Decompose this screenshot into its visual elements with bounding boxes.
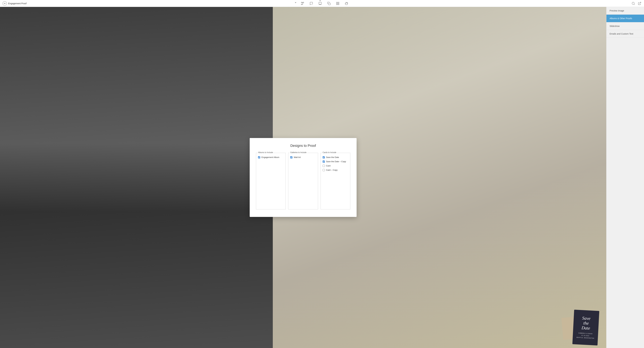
svg-rect-3 <box>301 4 302 5</box>
card-save-the-date-copy-label: Save the Date – Copy <box>326 160 346 163</box>
cards-column-label: Cards to Include <box>322 151 337 154</box>
card-card-item[interactable]: Card <box>323 164 349 167</box>
svg-rect-15 <box>338 4 339 4</box>
card-card-label: Card <box>326 164 330 167</box>
galleries-column: Galleries to Include Wall Art <box>288 153 318 209</box>
topbar: Engagement Proof <box>0 0 644 7</box>
search-btn[interactable] <box>632 2 635 5</box>
main-area: Save the Date KIMBERLY & DAVID 07.16.202… <box>0 7 644 348</box>
modal-title: Designs to Proof <box>256 144 350 148</box>
share-icon <box>301 2 304 5</box>
svg-rect-14 <box>336 4 338 4</box>
svg-rect-2 <box>303 2 304 3</box>
album-engagement-label: Engagement Album <box>262 156 279 158</box>
external-link-icon <box>638 2 641 5</box>
copy-icon-btn[interactable] <box>327 2 331 5</box>
background-area: Save the Date KIMBERLY & DAVID 07.16.202… <box>0 7 606 348</box>
topbar-right-actions <box>632 2 642 5</box>
grid-icon-btn[interactable] <box>336 2 340 5</box>
share-icon-btn[interactable] <box>300 2 304 5</box>
svg-rect-11 <box>328 3 330 5</box>
modal-overlay: Designs to Proof Albums to Include Engag… <box>0 7 606 348</box>
gallery-icon <box>318 2 322 5</box>
svg-rect-7 <box>319 2 322 4</box>
app-title: Engagement Proof <box>8 2 26 5</box>
logo-icon <box>2 1 7 6</box>
albums-column: Albums to Include Engagement Album <box>256 153 286 209</box>
card-save-the-date-copy-checkbox[interactable] <box>323 160 325 163</box>
designs-to-proof-modal: Designs to Proof Albums to Include Engag… <box>250 138 356 217</box>
albums-column-label: Albums to Include <box>258 151 274 154</box>
sidebar-item-preview-image[interactable]: Preview Image <box>606 7 644 14</box>
card-card-copy-checkbox[interactable] <box>323 169 325 171</box>
app-logo[interactable]: Engagement Proof <box>2 1 26 6</box>
gallery-dropdown-indicator <box>319 0 321 1</box>
album-engagement-item[interactable]: Engagement Album <box>258 156 284 158</box>
modal-columns: Albums to Include Engagement Album Galle… <box>256 153 350 209</box>
sidebar-albums-other-proofs-label: Albums & Other Proofs <box>610 17 632 20</box>
svg-rect-1 <box>301 2 302 3</box>
card-card-copy-item[interactable]: Card – Copy <box>323 169 349 171</box>
svg-point-16 <box>632 2 634 4</box>
galleries-column-label: Galleries to Include <box>290 151 307 154</box>
svg-rect-12 <box>336 2 338 3</box>
sidebar-slideshow-label: Slideshow <box>610 25 620 27</box>
cards-column: Cards to Include Save the Date Save the … <box>320 153 350 209</box>
grid-icon <box>336 2 340 5</box>
sidebar-item-slideshow[interactable]: Slideshow <box>606 22 644 30</box>
card-save-the-date-copy-item[interactable]: Save the Date – Copy <box>323 160 349 163</box>
hand-icon-btn[interactable] <box>345 2 348 5</box>
comment-icon <box>310 2 313 5</box>
gallery-wall-art-checkbox[interactable] <box>290 156 292 158</box>
copy-icon <box>327 2 331 5</box>
sidebar-preview-image-label: Preview Image <box>610 10 624 12</box>
topbar-icon-group <box>296 2 348 5</box>
svg-line-17 <box>634 4 634 5</box>
card-save-the-date-checkbox[interactable] <box>323 156 325 158</box>
sidebar-item-albums-other-proofs[interactable]: Albums & Other Proofs <box>606 14 644 22</box>
gallery-wall-art-item[interactable]: Wall Art <box>290 156 316 158</box>
album-engagement-checkbox[interactable] <box>258 156 260 158</box>
sidebar-emails-custom-text-label: Emails and Custom Text <box>610 32 633 35</box>
svg-rect-13 <box>338 2 339 3</box>
gallery-icon-btn[interactable] <box>318 2 322 5</box>
card-save-the-date-label: Save the Date <box>326 156 339 158</box>
dropdown-indicator <box>295 2 296 3</box>
gallery-wall-art-label: Wall Art <box>294 156 300 158</box>
card-card-copy-label: Card – Copy <box>326 169 338 171</box>
svg-line-18 <box>639 2 641 4</box>
sidebar-item-emails-custom-text[interactable]: Emails and Custom Text <box>606 30 644 38</box>
comment-icon-btn[interactable] <box>310 2 313 5</box>
external-link-btn[interactable] <box>638 2 642 5</box>
search-icon <box>632 2 635 5</box>
card-card-checkbox[interactable] <box>323 165 325 167</box>
hand-icon <box>345 2 348 5</box>
card-save-the-date-item[interactable]: Save the Date <box>323 156 349 158</box>
right-sidebar: Preview Image Albums & Other Proofs Slid… <box>606 7 644 348</box>
